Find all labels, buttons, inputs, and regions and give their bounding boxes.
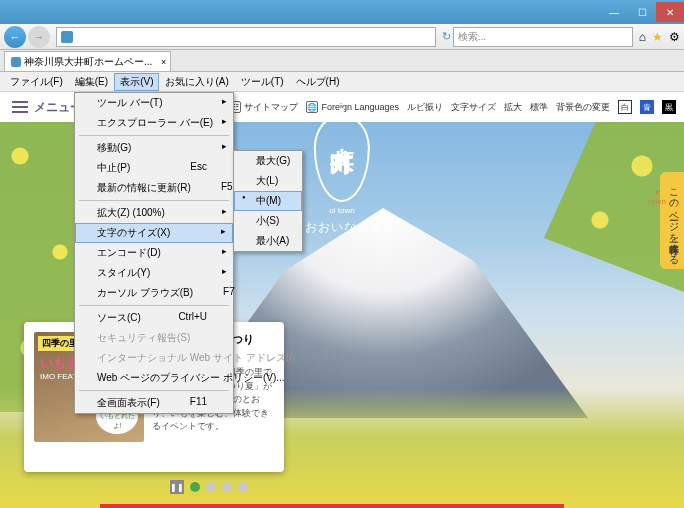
carousel-pause-button[interactable]: ❚❚ xyxy=(170,480,184,494)
menu-goto[interactable]: 移動(G) xyxy=(75,138,233,158)
menu-separator xyxy=(79,390,229,391)
browser-search-box[interactable]: 検索... xyxy=(453,27,633,47)
menu-explorer-bar[interactable]: エクスプローラー バー(E) xyxy=(75,113,233,133)
menu-help[interactable]: ヘルプ(H) xyxy=(290,73,346,91)
nav-bgcolor-label: 背景色の変更 xyxy=(556,101,610,114)
logo-main-text: 大井町 xyxy=(326,128,358,134)
nav-languages[interactable]: 🌐Foreign Languages xyxy=(306,101,399,113)
carousel-dot-4[interactable] xyxy=(238,482,248,492)
bgcolor-black-button[interactable]: 黒 xyxy=(662,100,676,114)
menu-intl-address: インターナショナル Web サイト アドレス(I) xyxy=(75,348,233,368)
menu-separator xyxy=(79,135,229,136)
carousel-dot-2[interactable] xyxy=(206,482,216,492)
hamburger-icon xyxy=(12,101,28,113)
browser-tabbar: 神奈川県大井町ホームペー... × xyxy=(0,50,684,72)
globe-icon: 🌐 xyxy=(306,101,318,113)
menu-tools[interactable]: ツール(T) xyxy=(235,73,290,91)
menu-separator xyxy=(79,200,229,201)
menu-stop[interactable]: 中止(P)Esc xyxy=(75,158,233,178)
save-page-open: ▾open xyxy=(648,188,666,206)
menu-file[interactable]: ファイル(F) xyxy=(4,73,69,91)
carousel-dot-1[interactable] xyxy=(190,482,200,492)
site-logo[interactable]: 大井町 oi town 夢 おおいなる未来 xyxy=(288,114,396,236)
menu-favorites[interactable]: お気に入り(A) xyxy=(159,73,234,91)
window-maximize-button[interactable]: ☐ xyxy=(628,2,656,22)
textsize-medium[interactable]: 中(M) xyxy=(234,191,302,211)
bgcolor-white-button[interactable]: 白 xyxy=(618,100,632,114)
home-icon[interactable]: ⌂ xyxy=(639,30,646,44)
carousel-controls: ❚❚ xyxy=(170,480,248,494)
menu-edit[interactable]: 編集(E) xyxy=(69,73,114,91)
settings-icon[interactable]: ⚙ xyxy=(669,30,680,44)
menu-security-report: セキュリティ報告(S) xyxy=(75,328,233,348)
nav-fontsize-label: 文字サイズ xyxy=(451,101,496,114)
address-bar[interactable] xyxy=(56,27,436,47)
menu-privacy-policy[interactable]: Web ページのプライバシー ポリシー(V)... xyxy=(75,368,233,388)
nav-ruby[interactable]: ルビ振り xyxy=(407,101,443,114)
window-titlebar: — ☐ ✕ xyxy=(0,0,684,24)
favorites-icon[interactable]: ★ xyxy=(652,30,663,44)
page-icon xyxy=(61,31,73,43)
tab-close-icon[interactable]: × xyxy=(161,57,166,67)
textsize-smaller[interactable]: 小(S) xyxy=(234,211,302,231)
nav-back-button[interactable]: ← xyxy=(4,26,26,48)
textsize-larger[interactable]: 大(L) xyxy=(234,171,302,191)
menu-fullscreen[interactable]: 全画面表示(F)F11 xyxy=(75,393,233,413)
view-menu-dropdown: ツール バー(T) エクスプローラー バー(E) 移動(G) 中止(P)Esc … xyxy=(74,92,234,414)
text-size-submenu: 最大(G) 大(L) 中(M) 小(S) 最小(A) xyxy=(233,150,303,252)
refresh-icon[interactable]: ↻ xyxy=(442,30,451,43)
carousel-dot-3[interactable] xyxy=(222,482,232,492)
accent-bar xyxy=(100,504,564,508)
browser-tab[interactable]: 神奈川県大井町ホームペー... × xyxy=(4,51,171,71)
tab-title: 神奈川県大井町ホームペー... xyxy=(24,55,152,69)
menu-separator xyxy=(79,305,229,306)
menu-toolbars[interactable]: ツール バー(T) xyxy=(75,93,233,113)
nav-standard-button[interactable]: 標準 xyxy=(530,101,548,114)
menu-view[interactable]: 表示(V) xyxy=(114,73,159,91)
menu-encoding[interactable]: エンコード(D) xyxy=(75,243,233,263)
browser-menubar: ファイル(F) 編集(E) 表示(V) お気に入り(A) ツール(T) ヘルプ(… xyxy=(0,72,684,92)
logo-tagline: 夢 おおいなる未来 xyxy=(288,219,396,236)
nav-sitemap[interactable]: ☷サイトマップ xyxy=(229,101,298,114)
nav-enlarge-button[interactable]: 拡大 xyxy=(504,101,522,114)
menu-refresh[interactable]: 最新の情報に更新(R)F5 xyxy=(75,178,233,198)
menu-text-size[interactable]: 文字のサイズ(X) xyxy=(75,223,233,243)
save-page-label: このページを一時保存する xyxy=(668,182,679,259)
logo-subtitle: oi town xyxy=(288,206,396,215)
nav-forward-button: → xyxy=(28,26,50,48)
menu-source[interactable]: ソース(C)Ctrl+U xyxy=(75,308,233,328)
browser-navbar: ← → ↻ 検索... ⌂ ★ ⚙ xyxy=(0,24,684,50)
save-page-tab[interactable]: このページを一時保存する ▾open xyxy=(660,172,684,269)
menu-zoom[interactable]: 拡大(Z) (100%) xyxy=(75,203,233,223)
logo-gourd-icon: 大井町 xyxy=(314,114,370,202)
textsize-smallest[interactable]: 最小(A) xyxy=(234,231,302,251)
menu-style[interactable]: スタイル(Y) xyxy=(75,263,233,283)
tab-favicon xyxy=(11,57,21,67)
menu-caret-browse[interactable]: カーソル ブラウズ(B)F7 xyxy=(75,283,233,303)
bgcolor-blue-button[interactable]: 青 xyxy=(640,100,654,114)
window-minimize-button[interactable]: — xyxy=(600,2,628,22)
textsize-largest[interactable]: 最大(G) xyxy=(234,151,302,171)
window-close-button[interactable]: ✕ xyxy=(656,2,684,22)
